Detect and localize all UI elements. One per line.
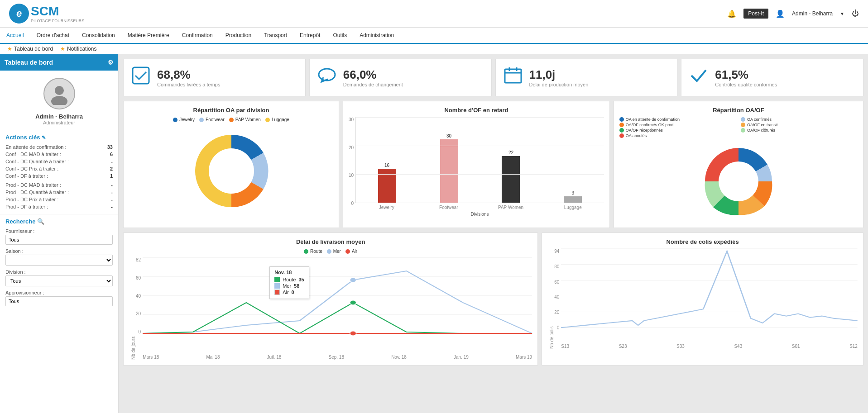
chart-colis-title: Nombre de colis expédiés <box>547 238 858 245</box>
avatar-section: Admin - Belharra Administrateur <box>0 71 118 130</box>
kpi-card-3: 61,5% Contrôles qualité conformes <box>681 59 863 96</box>
svg-point-15 <box>350 331 356 336</box>
action-row-4: Conf - DF à traiter : 1 <box>5 172 113 180</box>
oa-of-leg-6: OA annulés <box>619 133 736 138</box>
svg-point-3 <box>319 69 335 81</box>
nav-entrepot[interactable]: Entrepôt <box>293 28 326 44</box>
colis-y-ticks: 94 80 60 40 20 0 <box>554 249 561 339</box>
chart-of-retard: Nombre d'OF en retard 30 20 10 0 <box>343 101 610 228</box>
main-nav: Accueil Ordre d'achat Consolidation Mati… <box>0 28 868 44</box>
nav-administration[interactable]: Administration <box>353 28 400 44</box>
kpi-info-0: 68,8% Commandes livrées à temps <box>157 68 220 87</box>
svg-rect-4 <box>505 69 521 83</box>
fournisseur-input[interactable] <box>5 235 113 245</box>
kpi-label-1: Demandes de changement <box>343 82 403 87</box>
dropdown-arrow[interactable]: ▼ <box>840 11 844 16</box>
delai-chart-area: Nb de jours 82 60 40 20 0 <box>129 257 532 360</box>
fournisseur-group: Fournisseur : <box>5 228 113 245</box>
sidebar-title: Tableau de bord ⚙ <box>0 54 118 71</box>
logo-scm: SCM <box>31 4 59 18</box>
x-labels: Jewelry Footwear PAP Women Luggage <box>355 203 604 212</box>
nav-matiere[interactable]: Matière Première <box>121 28 176 44</box>
svg-point-1 <box>51 96 67 105</box>
kpi-value-2: 11,0j <box>529 68 589 82</box>
sidebar-title-label: Tableau de bord <box>5 59 53 66</box>
kpi-value-1: 66,0% <box>343 68 403 82</box>
bar-luggage: 3 <box>547 190 599 203</box>
kpi-card-2: 11,0j Délai de production moyen <box>495 59 678 96</box>
oa-of-leg-4: OA/OF réceptionnés <box>619 128 736 133</box>
delai-x-labels: Mars 18 Mai 18 Juil. 18 Sep. 18 Nov. 18 … <box>143 355 532 360</box>
chart-delai-title: Délai de livraison moyen <box>129 238 532 245</box>
oa-of-leg-0: OA en attente de confirmation <box>619 117 736 122</box>
user-role: Administrateur <box>5 120 114 125</box>
division-select[interactable]: Tous <box>5 275 113 286</box>
delai-y-label: Nb de jours <box>129 257 136 360</box>
kpi-row: 68,8% Commandes livrées à temps 66,0% De… <box>123 59 863 96</box>
approvisionneur-label: Approvisionneur : <box>5 290 113 295</box>
charts-row-1: Répartition OA par division Jewelry Foot… <box>123 101 863 228</box>
chart-tooltip: Nov. 18 Route 35 Mer 58 <box>269 266 309 299</box>
chart-colis: Nombre de colis expédiés Nb de colis 94 … <box>542 233 863 366</box>
charts-row-2: Délai de livraison moyen Route Mer Air N… <box>123 233 863 366</box>
avatar <box>43 78 75 109</box>
legend-jewelry: Jewelry <box>173 117 195 122</box>
bars-container: 16 30 22 <box>355 117 604 217</box>
svg-rect-2 <box>133 67 149 84</box>
division-label: Division : <box>5 269 113 275</box>
nav-consolidation[interactable]: Consolidation <box>76 28 121 44</box>
bar-pap-women: 22 <box>484 150 537 203</box>
nav-outils[interactable]: Outils <box>326 28 353 44</box>
saison-select[interactable] <box>5 255 113 266</box>
chart-oa-division: Répartition OA par division Jewelry Foot… <box>123 101 339 228</box>
kpi-label-3: Contrôles qualité conformes <box>715 82 777 87</box>
oa-of-leg-1: OA confirmés <box>741 117 858 122</box>
kpi-icon-3 <box>689 66 709 90</box>
oa-division-legend: Jewelry Footwear PAP Women Luggage <box>129 117 333 122</box>
kpi-info-3: 61,5% Contrôles qualité conformes <box>715 68 777 87</box>
post-it-button[interactable]: Post-It <box>743 9 768 19</box>
bell-icon[interactable]: 🔔 <box>727 9 736 18</box>
tooltip-mer: Mer 58 <box>274 283 304 289</box>
y-axis: 30 20 10 0 <box>349 117 355 217</box>
delai-svg-container: Nov. 18 Route 35 Mer 58 <box>143 257 532 360</box>
breadcrumb: ★Tableau de bord ★Notifications <box>0 44 868 54</box>
breadcrumb-notif[interactable]: ★Notifications <box>60 46 96 52</box>
search-title: Recherche 🔍 <box>5 218 113 225</box>
chart-oa-of: Répartition OA/OF OA en attente de confi… <box>614 101 863 228</box>
kpi-icon-2 <box>503 66 523 90</box>
nav-confirmation[interactable]: Confirmation <box>176 28 219 44</box>
approvisionneur-input[interactable] <box>5 296 113 306</box>
gear-icon[interactable]: ⚙ <box>108 59 114 66</box>
logo-letter: e <box>16 8 22 19</box>
nav-ordre-achat[interactable]: Ordre d'achat <box>30 28 76 44</box>
chart-of-retard-title: Nombre d'OF en retard <box>349 107 604 114</box>
action-row-0: En attente de confirmation : 33 <box>5 143 113 151</box>
user-name: Admin - Belharra <box>5 113 114 120</box>
donut-oa-of <box>619 141 858 222</box>
breadcrumb-tableau[interactable]: ★Tableau de bord <box>7 46 53 52</box>
bar-chart-area: 30 20 10 0 1 <box>349 117 604 217</box>
legend-pap-women: PAP Women <box>229 117 261 122</box>
kpi-info-1: 66,0% Demandes de changement <box>343 68 403 87</box>
delai-legend: Route Mer Air <box>129 249 532 254</box>
chart-oa-division-title: Répartition OA par division <box>129 107 333 114</box>
sidebar: Tableau de bord ⚙ Admin - Belharra Admin… <box>0 54 119 413</box>
main-content: 68,8% Commandes livrées à temps 66,0% De… <box>119 54 868 413</box>
svg-point-9 <box>719 161 758 201</box>
action-row-1: Conf - DC MAD à traiter : 6 <box>5 151 113 158</box>
search-icon: 🔍 <box>37 218 44 225</box>
admin-menu[interactable]: Admin - Belharra <box>792 10 833 17</box>
kpi-label-2: Délai de production moyen <box>529 82 589 87</box>
header-right: 🔔 Post-It 👤 Admin - Belharra ▼ ⏻ <box>727 9 859 19</box>
nav-accueil[interactable]: Accueil <box>0 28 30 44</box>
svg-point-0 <box>55 86 64 95</box>
legend-luggage: Luggage <box>265 117 289 122</box>
action-row-9: Prod - DF à traiter : - <box>5 203 113 210</box>
power-icon[interactable]: ⏻ <box>852 9 859 18</box>
kpi-card-1: 66,0% Demandes de changement <box>309 59 492 96</box>
nav-transport[interactable]: Transport <box>258 28 293 44</box>
nav-production[interactable]: Production <box>219 28 258 44</box>
kpi-value-3: 61,5% <box>715 68 777 82</box>
search-section: Recherche 🔍 Fournisseur : Saison : Divis… <box>0 214 118 313</box>
